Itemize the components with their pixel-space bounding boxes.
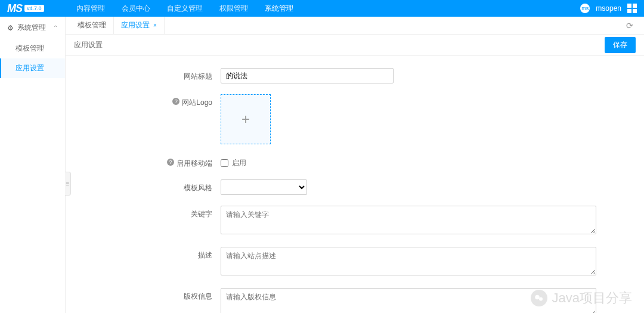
label-enable-mobile: ? 启用移动端 [66,155,221,169]
row-copyright: 版权信息 [66,288,620,313]
top-nav: 内容管理 会员中心 自定义管理 权限管理 系统管理 [68,0,302,17]
copyright-textarea[interactable] [221,288,596,313]
version-badge: v4.7.0 [24,5,44,12]
template-style-select[interactable] [221,179,307,195]
chevron-up-icon: ⌃ [53,24,58,31]
help-icon[interactable]: ? [172,98,179,105]
label-description: 描述 [66,247,221,277]
tab-label: 模板管理 [78,20,106,30]
plus-icon: + [242,111,250,128]
tab-label: 应用设置 [121,20,150,30]
row-enable-mobile: ? 启用移动端 启用 [66,155,620,169]
label-template-style: 模板风格 [66,179,221,195]
row-description: 描述 [66,247,620,277]
site-title-input[interactable] [221,68,394,83]
nav-member-center[interactable]: 会员中心 [113,0,159,17]
page-header: 应用设置 保存 [66,35,644,56]
logo-upload-box[interactable]: + [221,94,271,144]
label-copyright: 版权信息 [66,288,221,313]
label-site-title: 网站标题 [66,68,221,83]
row-template-style: 模板风格 [66,179,620,195]
refresh-icon[interactable]: ⟳ [620,17,639,34]
nav-permission-mgmt[interactable]: 权限管理 [211,0,256,17]
page-title: 应用设置 [74,40,103,50]
row-site-title: 网站标题 [66,68,620,83]
enable-mobile-checkbox[interactable] [221,159,228,167]
help-icon[interactable]: ? [167,159,174,166]
header-right: ms msopen [580,4,637,13]
checkbox-label: 启用 [232,158,246,168]
row-keywords: 关键字 [66,206,620,236]
top-header: MS v4.7.0 内容管理 会员中心 自定义管理 权限管理 系统管理 ms m… [0,0,644,17]
description-textarea[interactable] [221,247,596,275]
gear-icon: ⚙ [7,24,14,32]
label-site-logo: ? 网站Logo [66,94,221,144]
tab-template-mgmt[interactable]: 模板管理 [70,17,114,34]
main-content: 模板管理 应用设置 × ⟳ 应用设置 保存 网站标题 ? 网站Log [66,17,644,313]
sidebar-item-app-settings[interactable]: 应用设置 [0,58,65,78]
avatar[interactable]: ms [580,4,590,13]
sidebar-item-template-mgmt[interactable]: 模板管理 [0,39,65,58]
nav-content-mgmt[interactable]: 内容管理 [68,0,113,17]
row-site-logo: ? 网站Logo + [66,94,620,144]
username[interactable]: msopen [596,4,621,13]
form-area: 网站标题 ? 网站Logo + ? 启用移动 [66,56,644,313]
label-keywords: 关键字 [66,206,221,236]
logo: MS [7,2,22,15]
tabs-bar: 模板管理 应用设置 × ⟳ [66,17,644,35]
nav-system-mgmt[interactable]: 系统管理 [256,0,302,17]
keywords-textarea[interactable] [221,206,596,234]
sidebar: ⚙ 系统管理 ⌃ 模板管理 应用设置 ≡ [0,17,66,313]
apps-icon[interactable] [627,4,637,13]
sidebar-collapse-handle[interactable]: ≡ [65,172,71,196]
nav-custom-mgmt[interactable]: 自定义管理 [159,0,211,17]
enable-mobile-checkbox-wrap[interactable]: 启用 [221,155,246,168]
sidebar-group-label: 系统管理 [17,23,46,33]
close-icon[interactable]: × [153,22,157,29]
sidebar-group-system[interactable]: ⚙ 系统管理 ⌃ [0,17,65,39]
save-button[interactable]: 保存 [605,37,636,53]
tab-app-settings[interactable]: 应用设置 × [114,17,165,34]
